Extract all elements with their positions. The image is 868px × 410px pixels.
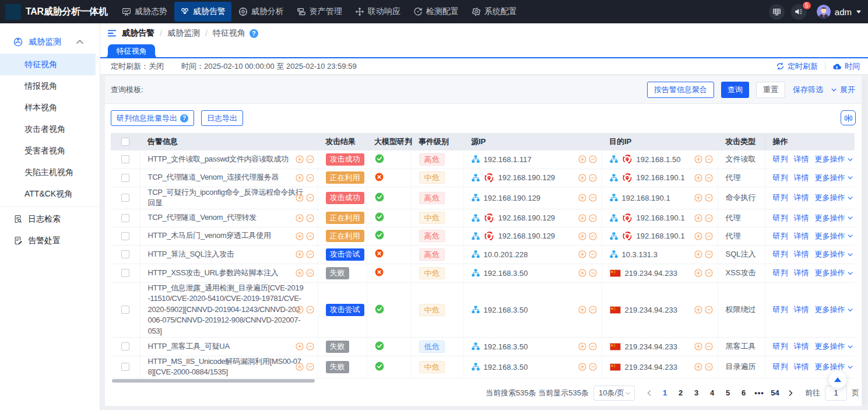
judge-link[interactable]: 研判 <box>773 362 788 371</box>
row-checkbox[interactable] <box>121 174 129 182</box>
more-actions-link[interactable]: 更多操作 <box>815 341 853 352</box>
minus-circle-icon[interactable] <box>589 155 597 163</box>
back-to-top-button[interactable] <box>829 371 846 388</box>
ip-address[interactable]: 10.0.201.228 <box>484 250 528 259</box>
ip-address[interactable]: 192.168.190.129 <box>498 213 556 222</box>
plus-circle-icon[interactable] <box>296 250 304 258</box>
breadcrumb-item-1[interactable]: 威胁监测 <box>167 28 200 38</box>
plus-circle-icon[interactable] <box>296 306 304 314</box>
detail-link[interactable]: 详情 <box>794 268 809 277</box>
sidebar-extra-1[interactable]: 告警处置 <box>0 230 100 251</box>
plus-circle-icon[interactable] <box>296 269 304 277</box>
sidebar-item-1[interactable]: 情报视角 <box>0 75 96 97</box>
nav-item-2[interactable]: 威胁分析 <box>233 2 290 22</box>
detail-link[interactable]: 详情 <box>794 213 809 222</box>
sidebar-group-threat-monitor[interactable]: 威胁监测 <box>0 30 100 54</box>
plus-circle-icon[interactable] <box>578 194 586 202</box>
judge-link[interactable]: 研判 <box>773 342 788 351</box>
ip-address[interactable]: 192.168.3.50 <box>484 269 528 278</box>
row-checkbox[interactable] <box>121 155 129 163</box>
plus-circle-icon[interactable] <box>578 214 586 222</box>
help-icon[interactable]: ? <box>249 29 258 38</box>
save-filter-link[interactable]: 保存筛选 <box>793 85 823 95</box>
breadcrumb-item-0[interactable]: 威胁告警 <box>122 28 154 38</box>
judge-link[interactable]: 研判 <box>773 250 788 258</box>
log-export-button[interactable]: 日志导出 <box>201 110 243 126</box>
minus-circle-icon[interactable] <box>705 342 713 351</box>
ip-address[interactable]: 219.234.94.233 <box>625 269 677 278</box>
plus-circle-icon[interactable] <box>694 342 702 351</box>
sidebar-item-3[interactable]: 攻击者视角 <box>0 118 96 140</box>
plus-circle-icon[interactable] <box>578 342 586 351</box>
sidebar-item-2[interactable]: 样本视角 <box>0 97 96 118</box>
chevron-up-icon[interactable] <box>75 37 85 47</box>
minus-circle-icon[interactable] <box>705 269 713 277</box>
more-actions-link[interactable]: 更多操作 <box>815 154 853 164</box>
judge-link[interactable]: 研判 <box>773 173 788 182</box>
minus-circle-icon[interactable] <box>306 250 314 258</box>
detail-link[interactable]: 详情 <box>794 173 809 182</box>
plus-circle-icon[interactable] <box>694 306 702 314</box>
minus-circle-icon[interactable] <box>705 306 713 314</box>
plus-circle-icon[interactable] <box>578 155 586 163</box>
ip-address[interactable]: 192.168.190.1 <box>622 194 670 202</box>
plus-circle-icon[interactable] <box>296 342 304 351</box>
plus-circle-icon[interactable] <box>694 269 702 277</box>
minus-circle-icon[interactable] <box>705 155 713 163</box>
minus-circle-icon[interactable] <box>705 214 713 222</box>
judge-link[interactable]: 研判 <box>773 155 788 163</box>
ip-address[interactable]: 219.234.94.233 <box>625 363 677 372</box>
judge-link[interactable]: 研判 <box>773 193 788 202</box>
minus-circle-icon[interactable] <box>306 269 314 277</box>
tab-feature-view[interactable]: 特征视角 <box>108 44 155 58</box>
detail-link[interactable]: 详情 <box>794 250 809 258</box>
plus-circle-icon[interactable] <box>578 269 586 277</box>
nav-item-4[interactable]: 联动响应 <box>349 2 406 22</box>
ip-address[interactable]: 192.168.190.129 <box>484 194 541 202</box>
aggregate-button[interactable]: 按告警信息聚合 <box>647 82 714 98</box>
minus-circle-icon[interactable] <box>306 342 314 351</box>
minus-circle-icon[interactable] <box>306 306 314 314</box>
plus-circle-icon[interactable] <box>578 363 586 371</box>
minus-circle-icon[interactable] <box>306 363 314 371</box>
page-number-1[interactable]: 1 <box>657 386 673 401</box>
minus-circle-icon[interactable] <box>306 155 314 163</box>
nav-item-0[interactable]: 威胁态势 <box>116 2 173 22</box>
ip-address[interactable]: 192.168.190.129 <box>498 232 556 240</box>
bigscreen-button[interactable] <box>769 4 785 20</box>
ip-address[interactable]: 192.168.3.50 <box>484 342 528 351</box>
minus-circle-icon[interactable] <box>589 214 597 222</box>
nav-item-1[interactable]: 威胁告警 <box>174 2 231 22</box>
judge-link[interactable]: 研判 <box>773 232 788 240</box>
page-ellipsis[interactable]: ••• <box>751 386 767 401</box>
ip-address[interactable]: 192.168.190.1 <box>637 173 685 182</box>
export-judgement-button[interactable]: 研判信息批量导出 ? <box>111 110 194 126</box>
plus-circle-icon[interactable] <box>578 232 586 240</box>
auto-refresh-button[interactable]: 定时刷新 <box>776 61 818 72</box>
plus-circle-icon[interactable] <box>578 306 586 314</box>
row-checkbox[interactable] <box>121 363 129 371</box>
page-number-6[interactable]: 6 <box>736 386 751 401</box>
ip-address[interactable]: 219.234.94.233 <box>625 306 677 314</box>
page-number-54[interactable]: 54 <box>767 386 783 401</box>
ip-address[interactable]: 192.168.190.129 <box>498 173 556 182</box>
plus-circle-icon[interactable] <box>694 250 702 258</box>
minus-circle-icon[interactable] <box>705 232 713 240</box>
ip-address[interactable]: 192.168.3.50 <box>484 306 528 314</box>
minus-circle-icon[interactable] <box>589 269 597 277</box>
detail-link[interactable]: 详情 <box>794 362 809 371</box>
username[interactable]: adm <box>835 7 852 17</box>
minus-circle-icon[interactable] <box>589 342 597 351</box>
sidebar-extra-0[interactable]: 日志检索 <box>0 208 100 230</box>
row-checkbox[interactable] <box>121 232 129 240</box>
row-checkbox[interactable] <box>121 214 129 222</box>
column-settings-button[interactable] <box>841 110 856 125</box>
detail-link[interactable]: 详情 <box>794 342 809 351</box>
minus-circle-icon[interactable] <box>306 232 314 240</box>
nav-item-5[interactable]: 检测配置 <box>407 2 465 22</box>
plus-circle-icon[interactable] <box>296 174 304 182</box>
notification-button[interactable]: 5 <box>791 4 807 20</box>
horizontal-scrollbar-thumb[interactable] <box>112 379 315 383</box>
minus-circle-icon[interactable] <box>705 250 713 258</box>
breadcrumb-item-2[interactable]: 特征视角 <box>213 28 245 38</box>
